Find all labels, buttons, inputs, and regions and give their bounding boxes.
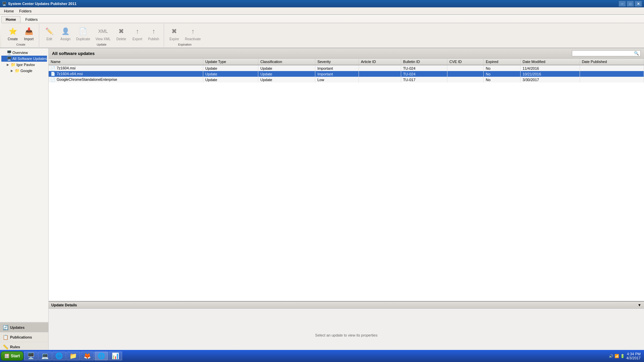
col-name[interactable]: Name <box>49 59 203 65</box>
menu-home[interactable]: Home <box>1 8 16 14</box>
expiration-group-label: Expiration <box>178 43 192 46</box>
assign-label: Assign <box>60 37 70 41</box>
cell-bulletin-id: TU-017 <box>401 77 447 82</box>
publish-button[interactable]: ↑ Publish <box>146 24 161 42</box>
main-area: 🖥️ Overview 🖥️ All Software Updates ▶ 📁 … <box>0 48 644 361</box>
content-header: All software updates 🔍 <box>49 48 644 59</box>
export-button[interactable]: ↑ Export <box>130 24 145 42</box>
taskbar-icons: 🔊 📶 🔋 <box>609 354 625 358</box>
create-icon: ⭐ <box>7 26 18 37</box>
export-icon: ↑ <box>132 26 143 37</box>
delete-label: Delete <box>116 37 126 41</box>
start-button[interactable]: 🪟 Start <box>1 351 23 361</box>
cell-classification: Update <box>258 65 315 71</box>
cell-severity: Important <box>315 71 359 77</box>
table-row[interactable]: 📄7z1604-x64.msi Update Update Important … <box>49 71 644 77</box>
cell-date-modified: 10/21/2016 <box>521 71 580 77</box>
export-label: Export <box>132 37 142 41</box>
assign-icon: 👤 <box>60 26 71 37</box>
publish-label: Publish <box>148 37 159 41</box>
publications-nav-icon: 📋 <box>3 335 8 340</box>
col-expired[interactable]: Expired <box>484 59 521 65</box>
cell-expired: No <box>484 77 521 82</box>
overview-label: Overview <box>12 51 28 55</box>
cell-article-id <box>359 65 401 71</box>
col-date-modified[interactable]: Date Modified <box>521 59 580 65</box>
col-bulletin-id[interactable]: Bulletin ID <box>401 59 447 65</box>
nav-item-updates[interactable]: 🔄 Updates <box>0 322 48 332</box>
cell-classification: Update <box>258 71 315 77</box>
update-details-header: Update Details ▼ <box>49 302 644 309</box>
tree-item-google[interactable]: ▶ 📁 Google <box>1 68 47 74</box>
clock-time: 4:34 PM <box>626 352 641 356</box>
title-bar-icon: 🖥️ <box>2 2 7 6</box>
table-row[interactable]: 📄7z1604.msi Update Update Important TU-0… <box>49 65 644 71</box>
taskbar-app-6[interactable]: 🌐 <box>95 352 108 360</box>
import-button[interactable]: 📥 Import <box>21 24 36 42</box>
create-label: Create <box>8 37 18 41</box>
create-group-label: Create <box>16 43 25 46</box>
edit-icon: ✏️ <box>44 26 55 37</box>
ribbon-tab-folders[interactable]: Folders <box>21 16 42 23</box>
taskbar-app-3[interactable]: 🌐 <box>52 352 66 360</box>
ribbon-tabs: Home Folders <box>1 16 644 23</box>
cell-date-published <box>580 77 644 82</box>
col-article-id[interactable]: Article ID <box>359 59 401 65</box>
edit-button[interactable]: ✏️ Edit <box>42 24 57 42</box>
table-row[interactable]: 📄GoogleChromeStandaloneEnterprise Update… <box>49 77 644 82</box>
search-input[interactable] <box>574 51 634 55</box>
col-cve-id[interactable]: CVE ID <box>447 59 484 65</box>
maximize-button[interactable]: □ <box>627 1 634 7</box>
cell-date-published <box>580 71 644 77</box>
tree-item-all-updates[interactable]: 🖥️ All Software Updates <box>1 56 47 62</box>
create-button[interactable]: ⭐ Create <box>5 24 20 42</box>
taskbar-app-7[interactable]: 📊 <box>109 352 122 360</box>
taskbar-app-scup[interactable]: 🖥️ <box>24 352 38 360</box>
import-label: Import <box>24 37 34 41</box>
ribbon-group-expiration: ✖ Expire ↑ Reactivate Expiration <box>164 24 205 47</box>
menu-folders[interactable]: Folders <box>16 8 34 14</box>
cell-name: 📄7z1604-x64.msi <box>49 71 203 77</box>
delete-button[interactable]: ✖ Delete <box>114 24 129 42</box>
view-xml-button[interactable]: XML View XML <box>94 24 113 42</box>
cell-name: 📄7z1604.msi <box>49 65 203 71</box>
sidebar: 🖥️ Overview 🖥️ All Software Updates ▶ 📁 … <box>0 48 49 361</box>
minimize-button[interactable]: ─ <box>619 1 626 7</box>
assign-button[interactable]: 👤 Assign <box>58 24 73 42</box>
row-icon: 📄 <box>51 77 55 81</box>
taskbar-app-5[interactable]: 🦊 <box>80 352 94 360</box>
nav-item-publications[interactable]: 📋 Publications <box>0 332 48 342</box>
taskbar-app-4[interactable]: 📁 <box>66 352 80 360</box>
cell-article-id <box>359 77 401 82</box>
ribbon-tab-home[interactable]: Home <box>1 16 20 23</box>
cell-cve-id <box>447 71 484 77</box>
sidebar-tree: 🖥️ Overview 🖥️ All Software Updates ▶ 📁 … <box>0 48 48 322</box>
all-updates-label: All Software Updates <box>12 57 47 61</box>
update-details-collapse-icon[interactable]: ▼ <box>638 303 641 307</box>
col-severity[interactable]: Severity <box>315 59 359 65</box>
expiration-buttons: ✖ Expire ↑ Reactivate <box>167 24 203 42</box>
create-buttons: ⭐ Create 📥 Import <box>5 24 36 42</box>
col-update-type[interactable]: Update Type <box>203 59 258 65</box>
tree-item-igor[interactable]: ▶ 📁 Igor Pavlov <box>1 62 47 68</box>
start-icon: 🪟 <box>4 354 9 358</box>
update-group-label: Update <box>97 43 106 46</box>
col-classification[interactable]: Classification <box>258 59 315 65</box>
close-button[interactable]: ✕ <box>635 1 642 7</box>
table-body: 📄7z1604.msi Update Update Important TU-0… <box>49 65 644 82</box>
search-icon[interactable]: 🔍 <box>634 51 639 56</box>
expire-button[interactable]: ✖ Expire <box>167 24 181 42</box>
expire-icon: ✖ <box>169 26 179 37</box>
reactivate-button[interactable]: ↑ Reactivate <box>183 24 203 42</box>
tree-item-overview[interactable]: 🖥️ Overview <box>1 50 47 56</box>
google-label: Google <box>20 69 32 73</box>
cell-date-modified: 11/4/2016 <box>521 65 580 71</box>
duplicate-button[interactable]: 📄 Duplicate <box>74 24 92 42</box>
ribbon-content: ⭐ Create 📥 Import Create ✏️ Edit 👤 Assi <box>1 23 644 48</box>
all-updates-icon: 🖥️ <box>7 56 11 61</box>
col-date-published[interactable]: Date Published <box>580 59 644 65</box>
taskbar-app-2[interactable]: 💻 <box>38 352 52 360</box>
import-icon: 📥 <box>23 26 34 37</box>
updates-nav-label: Updates <box>10 325 24 329</box>
updates-nav-icon: 🔄 <box>3 325 8 330</box>
